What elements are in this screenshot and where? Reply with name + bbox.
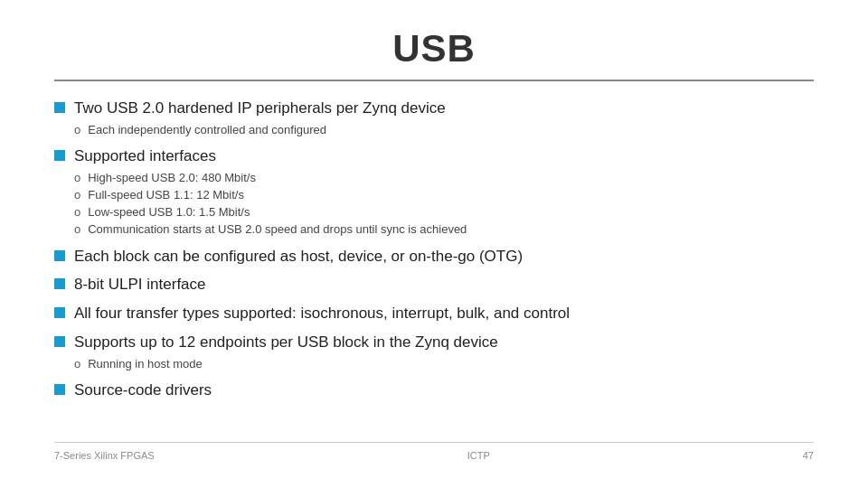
sub-bullet-text: Running in host mode <box>88 356 202 372</box>
sub-bullet-marker: o <box>74 357 80 371</box>
sub-bullet-list: oHigh-speed USB 2.0: 480 Mbit/soFull-spe… <box>74 170 467 239</box>
bullet-item: Each block can be configured as host, de… <box>54 246 814 267</box>
bullet-text: Supports up to 12 endpoints per USB bloc… <box>74 332 498 353</box>
footer-center: ICTP <box>467 450 490 461</box>
sub-bullet-text: Full-speed USB 1.1: 12 Mbit/s <box>88 187 244 203</box>
title-area: USB <box>54 27 814 81</box>
bullet-item: Source-code drivers <box>54 380 814 401</box>
bullet-text: Two USB 2.0 hardened IP peripherals per … <box>74 98 446 119</box>
content-area: Two USB 2.0 hardened IP peripherals per … <box>54 98 814 442</box>
slide-title: USB <box>54 27 814 70</box>
bullet-item: Supported interfacesoHigh-speed USB 2.0:… <box>54 145 814 239</box>
bullet-item: All four transfer types supported: isoch… <box>54 303 814 324</box>
sub-bullet-text: Each independently controlled and config… <box>88 122 326 138</box>
bullet-marker <box>54 336 65 347</box>
bullet-marker <box>54 150 65 161</box>
sub-bullet-marker: o <box>74 205 80 219</box>
bullet-text: All four transfer types supported: isoch… <box>74 303 570 324</box>
bullet-text: Each block can be configured as host, de… <box>74 246 523 267</box>
footer: 7-Series Xilinx FPGAS ICTP 47 <box>54 442 814 461</box>
sub-bullet-marker: o <box>74 171 80 184</box>
bullet-item: Two USB 2.0 hardened IP peripherals per … <box>54 98 814 138</box>
footer-left: 7-Series Xilinx FPGAS <box>54 450 155 461</box>
bullet-text: 8-bit ULPI interface <box>74 274 206 296</box>
bullet-marker <box>54 384 65 395</box>
bullet-marker <box>54 250 65 261</box>
bullet-marker <box>54 307 65 318</box>
slide: USB Two USB 2.0 hardened IP peripherals … <box>0 0 868 488</box>
bullet-marker <box>54 102 65 113</box>
footer-right: 47 <box>803 450 814 461</box>
sub-bullet-marker: o <box>74 188 80 202</box>
sub-bullet-item: oFull-speed USB 1.1: 12 Mbit/s <box>74 187 467 203</box>
sub-bullet-item: oEach independently controlled and confi… <box>74 122 446 138</box>
sub-bullet-list: oRunning in host mode <box>74 356 498 372</box>
bullet-item: 8-bit ULPI interface <box>54 274 814 296</box>
sub-bullet-item: oHigh-speed USB 2.0: 480 Mbit/s <box>74 170 467 186</box>
sub-bullet-text: Communication starts at USB 2.0 speed an… <box>88 221 467 238</box>
bullet-item: Supports up to 12 endpoints per USB bloc… <box>54 332 814 372</box>
sub-bullet-marker: o <box>74 123 80 136</box>
sub-bullet-list: oEach independently controlled and confi… <box>74 122 446 138</box>
bullet-marker <box>54 278 65 289</box>
sub-bullet-item: oRunning in host mode <box>74 356 498 372</box>
sub-bullet-item: oLow-speed USB 1.0: 1.5 Mbit/s <box>74 204 467 221</box>
sub-bullet-text: Low-speed USB 1.0: 1.5 Mbit/s <box>88 204 250 221</box>
sub-bullet-item: oCommunication starts at USB 2.0 speed a… <box>74 221 467 238</box>
bullet-text: Supported interfaces <box>74 145 467 167</box>
bullet-text: Source-code drivers <box>74 380 212 401</box>
sub-bullet-text: High-speed USB 2.0: 480 Mbit/s <box>88 170 256 186</box>
sub-bullet-marker: o <box>74 222 80 236</box>
